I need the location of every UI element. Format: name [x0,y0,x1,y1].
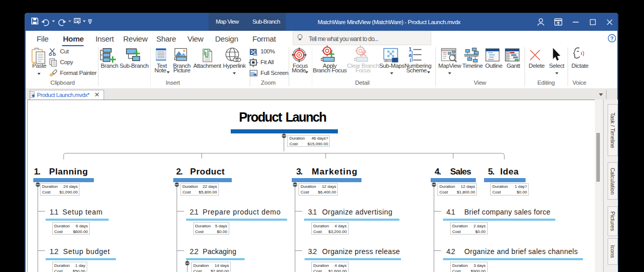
svg-text:i: i [410,57,411,63]
svg-text:?: ? [610,35,613,42]
